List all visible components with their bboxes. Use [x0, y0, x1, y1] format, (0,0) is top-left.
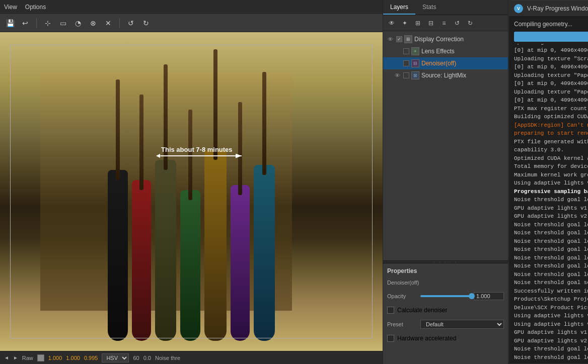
checkbox-lightmix[interactable] [403, 72, 409, 78]
calculate-checkbox[interactable] [387, 307, 394, 314]
layer-denoiser[interactable]: 👁 ⊟ Denoiser(off) [383, 57, 508, 69]
layers-list[interactable]: 👁 ⊞ Display Correction 👁 + Lens Effects … [383, 31, 508, 260]
name-lens-effects: Lens Effects [421, 48, 455, 55]
guitar-5 [204, 150, 227, 341]
log-line: GPU adaptive lights v2 built successfull… [514, 212, 588, 221]
eye-denoiser[interactable]: 👁 [393, 59, 401, 67]
toolbar: 💾 ↩ ⊹ ▭ ◔ ⊗ ✕ ↺ ↻ [0, 14, 383, 32]
log-line: Uploading texture "Scratched_Gold_AI_01_… [514, 55, 588, 63]
log-line: [0] at mip 0, 4096x4096, channels 1, 163… [514, 63, 588, 71]
log-line: Products\Sketchup Projects\Racks\Guitar … [514, 295, 588, 304]
guitars [15, 102, 368, 341]
bottom-arrow-left[interactable]: ◄ [4, 355, 9, 360]
log-line: GPU adaptive lights v1 built successfull… [514, 328, 588, 337]
log-line: capability 3.0. [514, 146, 588, 154]
eye-display-correction[interactable]: 👁 [386, 35, 394, 43]
opacity-slider-thumb[interactable] [469, 293, 475, 299]
undo-icon[interactable]: ↺ [125, 17, 137, 29]
eye-lens-effects[interactable]: 👁 [393, 47, 401, 55]
value-r: 1.000 [48, 355, 62, 361]
log-area[interactable]: [0] at mip 0, 4096x4096, channels 3, 491… [509, 44, 588, 363]
log-line: Optimized CUDA kernel assembled successf… [514, 154, 588, 163]
log-line: Using adaptive lights ver2 [514, 179, 588, 188]
log-line: Successfully written image file "D:\Mike… [514, 287, 588, 296]
log-line: Noise threshold goal lowered to 0.014925 [514, 245, 588, 254]
opacity-slider-container [420, 292, 504, 300]
log-line: Noise threshold goal lowered to 0.001942 [514, 270, 588, 279]
properties-panel: Properties Denoiser(off) Opacity Calcula… [383, 263, 508, 364]
checkbox-lens-effects[interactable] [403, 48, 409, 54]
log-line: Noise threshold goal lowered to 0.028571 [514, 237, 588, 246]
log-line: Noise threshold goal lowered to 0.090909 [514, 221, 588, 229]
log-line: PTX max register count 64:64 [514, 105, 588, 113]
eye-lightmix[interactable]: 👁 [393, 71, 401, 79]
icon-display-correction: ⊞ [404, 35, 412, 43]
vray-progress-panel: V V-Ray Progress Window — □ Compiling ge… [508, 0, 588, 364]
erase2-icon[interactable]: ✕ [102, 17, 114, 29]
separator-1 [36, 18, 37, 28]
guitar-1 [108, 170, 128, 341]
value-b: 0.995 [84, 355, 98, 361]
sat-value: 0.0 [143, 355, 151, 361]
bottom-bar: ◄ ► Raw 1.000 1.000 0.995 HSV RGB 60 0.0… [0, 351, 383, 364]
canvas-area[interactable]: This about 7-8 minutes [0, 32, 383, 351]
opacity-spinbox[interactable] [474, 292, 504, 300]
log-line: [0] at mip 0, 4096x4096, channels 3, 491… [514, 96, 588, 105]
hardware-label: Hardware accelerated [397, 335, 456, 342]
preset-row: Preset Default High Quality Fast [387, 319, 504, 330]
raw-label: Raw [22, 355, 33, 361]
layer-redo-icon[interactable]: ↻ [465, 18, 476, 29]
layer-adjust-icon[interactable]: ⊞ [412, 18, 423, 29]
bottom-arrow-right[interactable]: ► [13, 355, 18, 360]
layer-undo-icon[interactable]: ↺ [452, 18, 463, 29]
hardware-checkbox[interactable] [387, 335, 394, 342]
hardware-row: Hardware accelerated [387, 333, 504, 344]
arc-icon[interactable]: ◔ [72, 17, 84, 29]
select-icon[interactable]: ⊹ [42, 17, 54, 29]
separator-2 [119, 18, 120, 28]
noise-label: Noise thre [155, 355, 180, 361]
rectangle-icon[interactable]: ▭ [57, 17, 69, 29]
checkbox-denoiser[interactable] [403, 60, 409, 66]
guitar-2 [132, 180, 151, 341]
save-icon[interactable]: 💾 [4, 17, 16, 29]
layer-lens-effects[interactable]: 👁 + Lens Effects [383, 45, 508, 57]
log-line: Using adaptive lights ver2 [514, 320, 588, 329]
calculate-row: Calculate denoiser [387, 305, 504, 316]
log-line: Progressive sampling base buffer memory … [514, 188, 588, 196]
layers-toolbar: 👁 ✦ ⊞ ⊟ ≡ ↺ ↻ [383, 15, 508, 31]
menu-options[interactable]: Options [25, 4, 46, 11]
properties-layer-name: Denoiser(off) [387, 280, 504, 286]
log-line: Total memory for device 0 : 4096 MB, fre… [514, 162, 588, 171]
layer-move-icon[interactable]: ⊟ [425, 18, 436, 29]
guitar-4 [180, 190, 200, 341]
menu-view[interactable]: View [4, 4, 17, 11]
eraser-icon[interactable]: ⊗ [87, 17, 99, 29]
opacity-row: Opacity [387, 291, 504, 302]
log-line: Deluxe\SCX Product Pics NB\062520\SCX-Bi… [514, 304, 588, 312]
layer-eye-toggle[interactable]: 👁 [386, 18, 397, 29]
rotate-icon[interactable]: ↩ [19, 17, 31, 29]
icon-lightmix: ⊠ [411, 71, 419, 79]
layer-lightmix[interactable]: 👁 ⊠ Source: LightMix [383, 69, 508, 81]
checkbox-display-correction[interactable] [396, 36, 402, 42]
log-line: Noise threshold goal lowered to 0.142857 [514, 345, 588, 353]
layer-display-correction[interactable]: 👁 ⊞ Display Correction [383, 33, 508, 45]
name-display-correction: Display Correction [414, 36, 464, 43]
layer-list-icon[interactable]: ≡ [438, 18, 450, 29]
tab-stats[interactable]: Stats [415, 1, 443, 15]
guitar-7 [254, 165, 275, 341]
log-line: Uploading texture "Paper_B_Diff_01_hires… [514, 88, 588, 97]
opacity-slider[interactable] [420, 295, 472, 297]
redo-icon[interactable]: ↻ [140, 17, 152, 29]
preset-select[interactable]: Default High Quality Fast [420, 320, 504, 329]
log-line: Noise threshold goal lowered to 0.142857 [514, 196, 588, 204]
tab-layers[interactable]: Layers [383, 1, 415, 15]
layer-add-icon[interactable]: ✦ [399, 18, 410, 29]
log-line: Noise threshold goal lowered to 0.052632 [514, 229, 588, 237]
log-line: Noise threshold goal lowered to 0.003861 [514, 262, 588, 270]
log-line: Uploading texture "Paper_B_Bump_01_hires… [514, 71, 588, 80]
log-line: [0] at mip 0, 4096x4096, channels 3, 491… [514, 46, 588, 55]
name-lightmix: Source: LightMix [421, 72, 466, 79]
color-mode-select[interactable]: HSV RGB [102, 353, 129, 362]
